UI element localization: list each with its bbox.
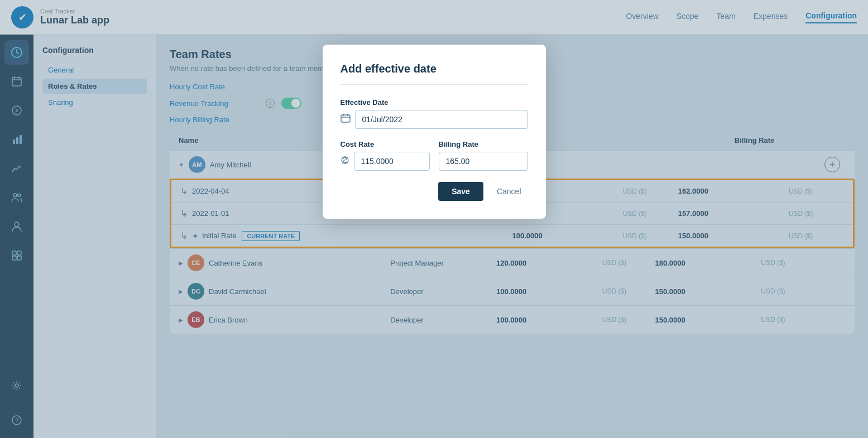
billing-rate-col: Billing Rate [439, 140, 528, 171]
billing-rate-input[interactable] [439, 152, 528, 171]
rates-row: Cost Rate Billing Rate [341, 140, 528, 171]
cost-rate-input[interactable] [354, 152, 430, 171]
modal-save-button[interactable]: Save [438, 182, 483, 201]
modal-overlay: Add effective date Effective Date Cost R… [0, 0, 868, 438]
effective-date-label: Effective Date [341, 98, 528, 107]
modal-title: Add effective date [341, 62, 528, 85]
effective-date-input-wrapper [341, 110, 528, 129]
billing-rate-label: Billing Rate [439, 140, 528, 148]
calendar-icon [341, 113, 351, 126]
effective-date-group: Effective Date [341, 98, 528, 129]
cost-rate-icon [341, 156, 349, 167]
effective-date-input[interactable] [355, 110, 528, 129]
svg-rect-19 [341, 115, 350, 122]
modal-actions: Save Cancel [341, 182, 528, 201]
cost-rate-col: Cost Rate [341, 140, 430, 171]
add-effective-date-modal: Add effective date Effective Date Cost R… [323, 45, 546, 219]
cost-rate-input-wrapper [341, 152, 430, 171]
modal-cancel-button[interactable]: Cancel [490, 182, 528, 201]
cost-rate-label: Cost Rate [341, 140, 430, 148]
